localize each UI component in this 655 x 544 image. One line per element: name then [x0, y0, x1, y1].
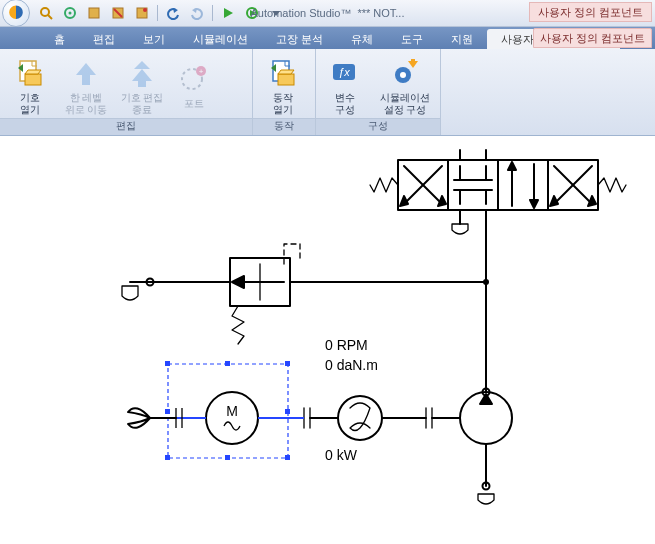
finish-edit-label: 기호 편집 종료: [121, 92, 164, 116]
svg-rect-4: [89, 8, 99, 18]
qat-tag-button[interactable]: [131, 2, 153, 24]
ports-button[interactable]: + 포트: [174, 62, 214, 110]
svg-rect-87: [165, 455, 170, 460]
ribbon-group-behavior: 동작 열기 동작: [253, 49, 316, 135]
open-symbol-label: 기호 열기: [20, 92, 40, 116]
context-ribbon-label-top: 사용자 정의 컴포넌트: [529, 2, 652, 22]
svg-marker-71: [480, 394, 492, 404]
redo-icon: [190, 6, 204, 20]
svg-rect-25: [278, 74, 294, 85]
open-behavior-button[interactable]: 동작 열기: [259, 56, 307, 116]
qat-separator-2: [212, 5, 213, 21]
svg-marker-40: [400, 196, 408, 206]
svg-text:ƒx: ƒx: [338, 66, 350, 78]
ribbon-group-edit: 기호 열기 한 레벨 위로 이동 기호 편집 종료 + 포트 편집: [0, 49, 253, 135]
svg-rect-86: [285, 409, 290, 414]
sim-config-button[interactable]: 시뮬레이션 설정 구성: [376, 56, 434, 116]
run-button[interactable]: [217, 2, 239, 24]
redo-button[interactable]: [186, 2, 208, 24]
relief-valve: [122, 244, 300, 344]
svg-rect-88: [225, 455, 230, 460]
readout-torque: 0 daN.m: [325, 357, 378, 373]
svg-marker-50: [530, 200, 538, 208]
svg-rect-84: [285, 361, 290, 366]
ports-label: 포트: [184, 98, 204, 110]
title-bar: Automation Studio™ *** NOT... 사용자 정의 컴포넌…: [0, 0, 655, 27]
svg-point-3: [69, 12, 72, 15]
svg-rect-85: [165, 409, 170, 414]
svg-rect-32: [411, 59, 415, 63]
ribbon-body: 기호 열기 한 레벨 위로 이동 기호 편집 종료 + 포트 편집 동작 열기: [0, 49, 655, 136]
svg-marker-11: [224, 8, 233, 18]
play-icon: [221, 6, 235, 20]
double-arrow-up-icon: [124, 56, 160, 90]
qat-settings-button[interactable]: [59, 2, 81, 24]
doc-gear-icon: [265, 56, 301, 90]
electric-motor[interactable]: M: [165, 361, 304, 460]
qat-lib-button[interactable]: [83, 2, 105, 24]
group-behavior-label: 동작: [253, 118, 315, 135]
up-level-button[interactable]: 한 레벨 위로 이동: [62, 56, 110, 116]
tab-support[interactable]: 지원: [437, 29, 487, 49]
tab-fault[interactable]: 고장 분석: [262, 29, 337, 49]
pump: [426, 392, 512, 504]
undo-icon: [166, 6, 180, 20]
gear-icon: [63, 6, 77, 20]
open-behavior-label: 동작 열기: [273, 92, 293, 116]
book-icon: [87, 6, 101, 20]
torque-sensor: [304, 396, 426, 440]
qat-remove-button[interactable]: [107, 2, 129, 24]
hydraulic-schematic: M 0 RPM 0 daN.m 0 kW: [0, 136, 655, 544]
finish-edit-button[interactable]: 기호 편집 종료: [118, 56, 166, 116]
app-menu-button[interactable]: [2, 0, 30, 27]
port-circle-icon: +: [176, 62, 212, 96]
readout-rpm: 0 RPM: [325, 337, 368, 353]
gear-orange-icon: [387, 56, 423, 90]
svg-point-0: [41, 8, 49, 16]
svg-marker-20: [132, 69, 152, 87]
svg-marker-65: [232, 276, 244, 288]
arrow-up-icon: [68, 56, 104, 90]
up-level-label: 한 레벨 위로 이동: [65, 92, 108, 116]
title-text: Automation Studio™ *** NOT...: [251, 7, 405, 19]
undo-button[interactable]: [162, 2, 184, 24]
qat-search-button[interactable]: [35, 2, 57, 24]
sim-config-label: 시뮬레이션 설정 구성: [380, 92, 430, 116]
svg-line-1: [48, 15, 52, 19]
svg-rect-89: [285, 455, 290, 460]
svg-point-30: [400, 72, 406, 78]
tab-tools[interactable]: 도구: [387, 29, 437, 49]
svg-rect-82: [165, 361, 170, 366]
svg-marker-18: [76, 63, 96, 85]
svg-marker-48: [508, 162, 516, 170]
tab-simulation[interactable]: 시뮬레이션: [179, 29, 262, 49]
app-name: Automation Studio™: [251, 7, 352, 19]
tab-edit[interactable]: 편집: [79, 29, 129, 49]
doc-folder-icon: [12, 56, 48, 90]
diagram-canvas[interactable]: M 0 RPM 0 daN.m 0 kW: [0, 136, 655, 544]
svg-marker-52: [588, 196, 596, 206]
readout-power: 0 kW: [325, 447, 358, 463]
motor-label: M: [226, 403, 238, 419]
context-ribbon-label: 사용자 정의 컴포넌트: [533, 28, 652, 48]
tab-fluid[interactable]: 유체: [337, 29, 387, 49]
book-remove-icon: [111, 6, 125, 20]
group-config-label: 구성: [316, 118, 440, 135]
app-logo-icon: [7, 4, 25, 22]
ribbon-group-config: ƒx 변수 구성 시뮬레이션 설정 구성 구성: [316, 49, 441, 135]
open-symbol-button[interactable]: 기호 열기: [6, 56, 54, 116]
var-fx-icon: ƒx: [327, 56, 363, 90]
tag-icon: [135, 6, 149, 20]
svg-rect-16: [25, 74, 41, 85]
svg-marker-19: [134, 61, 150, 69]
svg-rect-83: [225, 361, 230, 366]
group-edit-label: 편집: [0, 118, 252, 135]
tab-home[interactable]: 홈: [40, 29, 79, 49]
var-config-button[interactable]: ƒx 변수 구성: [322, 56, 368, 116]
var-config-label: 변수 구성: [335, 92, 355, 116]
doc-status: *** NOT...: [357, 7, 404, 19]
tab-view[interactable]: 보기: [129, 29, 179, 49]
search-icon: [39, 6, 53, 20]
svg-marker-54: [550, 196, 558, 206]
qat-separator: [157, 5, 158, 21]
